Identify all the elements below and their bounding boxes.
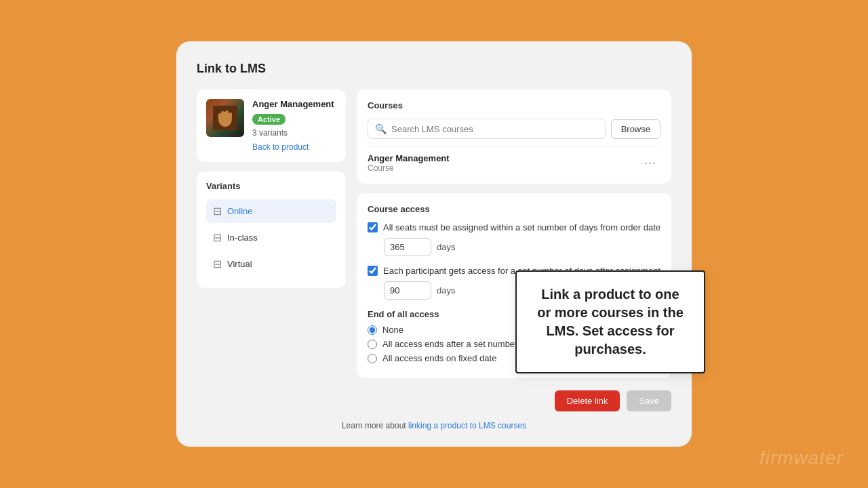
- variants-count: 3 variants: [252, 128, 336, 138]
- variants-title: Variants: [206, 181, 336, 191]
- variant-item-inclass[interactable]: ⊟ In-class: [206, 226, 336, 249]
- participant-days-input[interactable]: [384, 281, 431, 300]
- product-image: [206, 99, 244, 137]
- participant-checkbox[interactable]: [368, 266, 378, 276]
- participant-days-label: days: [437, 285, 455, 296]
- days-input-row-1: days: [384, 238, 660, 256]
- monitor-icon: ⊟: [213, 205, 222, 218]
- svg-rect-5: [229, 113, 232, 118]
- seats-days-label: days: [437, 242, 455, 252]
- courses-title: Courses: [368, 100, 660, 110]
- svg-rect-4: [218, 113, 221, 119]
- tooltip-overlay: Link a product to one or more courses in…: [515, 270, 705, 373]
- learn-more-section: Learn more about linking a product to LM…: [197, 421, 671, 430]
- delete-link-button[interactable]: Delete link: [555, 390, 620, 411]
- radio-fixed-label: All access ends on fixed date: [382, 353, 496, 363]
- more-options-button[interactable]: ···: [640, 155, 660, 171]
- modal: Link to LMS Anger Manage: [176, 41, 692, 447]
- product-name: Anger Management: [252, 99, 336, 109]
- course-info: Anger Management Course: [368, 153, 450, 173]
- modal-footer: Delete link Save: [197, 390, 671, 411]
- search-input-wrap: 🔍: [368, 119, 606, 139]
- access-title: Course access: [368, 204, 660, 214]
- browse-button[interactable]: Browse: [611, 119, 660, 139]
- checkbox-row-1: All seats must be assigned within a set …: [368, 222, 660, 232]
- variant-item-online[interactable]: ⊟ Online: [206, 199, 336, 223]
- variants-card: Variants ⊟ Online ⊟ In-class ⊟ Virtual: [197, 171, 346, 288]
- course-item: Anger Management Course ···: [368, 146, 660, 173]
- monitor-icon-3: ⊟: [213, 258, 222, 270]
- variant-label-inclass: In-class: [227, 232, 258, 243]
- monitor-icon-2: ⊟: [213, 231, 222, 244]
- radio-none-label: None: [382, 325, 403, 335]
- back-to-product-link[interactable]: Back to product: [252, 142, 309, 152]
- radio-fixed[interactable]: [368, 354, 377, 363]
- seats-checkbox[interactable]: [368, 222, 378, 232]
- left-panel: Anger Management Active 3 variants Back …: [197, 89, 346, 378]
- course-type: Course: [368, 163, 450, 173]
- variant-label-online: Online: [227, 206, 253, 216]
- search-row: 🔍 Browse: [368, 119, 660, 139]
- radio-none[interactable]: [368, 325, 377, 335]
- seats-days-input[interactable]: [384, 238, 431, 256]
- modal-title: Link to LMS: [197, 62, 671, 76]
- variant-item-virtual[interactable]: ⊟ Virtual: [206, 252, 336, 276]
- search-icon: 🔍: [375, 123, 387, 134]
- course-name: Anger Management: [368, 153, 450, 163]
- tooltip-text: Link a product to one or more courses in…: [533, 285, 688, 359]
- save-button[interactable]: Save: [627, 390, 671, 411]
- product-card: Anger Management Active 3 variants Back …: [197, 89, 346, 162]
- radio-days[interactable]: [368, 340, 377, 349]
- learn-more-text: Learn more about: [342, 421, 408, 430]
- firmwater-watermark: firmwater: [760, 447, 844, 469]
- search-input[interactable]: [391, 124, 598, 134]
- courses-card: Courses 🔍 Browse Anger Management Course…: [357, 89, 671, 184]
- seats-checkbox-label: All seats must be assigned within a set …: [383, 222, 660, 232]
- product-info: Anger Management Active 3 variants Back …: [252, 99, 336, 152]
- svg-rect-2: [221, 111, 224, 118]
- learn-more-link[interactable]: linking a product to LMS courses: [408, 421, 526, 430]
- variant-label-virtual: Virtual: [227, 259, 252, 269]
- svg-rect-3: [225, 110, 229, 117]
- active-badge: Active: [252, 114, 285, 125]
